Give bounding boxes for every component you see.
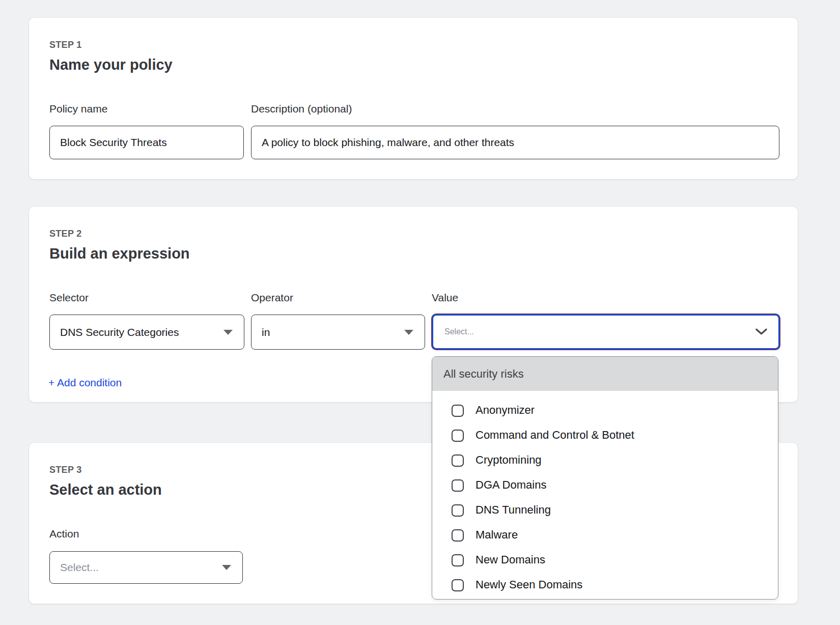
policy-name-label: Policy name: [49, 102, 107, 115]
checkbox-unchecked-icon[interactable]: [452, 504, 464, 517]
dropdown-option[interactable]: New Domains: [432, 548, 778, 573]
dropdown-option-label: Cryptomining: [475, 453, 542, 467]
operator-select-value: in: [262, 326, 270, 338]
checkbox-unchecked-icon[interactable]: [452, 479, 464, 492]
dropdown-option-label: Anonymizer: [475, 404, 535, 417]
dropdown-option-list: Anonymizer Command and Control & Botnet …: [432, 391, 778, 598]
caret-down-icon: [222, 565, 231, 570]
dropdown-option-label: Malware: [475, 528, 518, 542]
dropdown-option-label: DNS Tunneling: [475, 503, 551, 517]
dropdown-option[interactable]: Command and Control & Botnet: [432, 423, 778, 448]
step1-title: Name your policy: [49, 56, 173, 73]
add-condition-link[interactable]: + Add condition: [48, 376, 122, 389]
description-input[interactable]: [251, 126, 779, 159]
action-label: Action: [49, 527, 79, 540]
description-label: Description (optional): [251, 102, 352, 115]
caret-down-icon: [404, 330, 413, 335]
dropdown-option[interactable]: Malware: [432, 523, 778, 548]
policy-builder-page: STEP 1 Name your policy Policy name Desc…: [0, 0, 840, 625]
policy-name-input[interactable]: [49, 126, 244, 159]
checkbox-unchecked-icon[interactable]: [452, 430, 464, 442]
dropdown-option[interactable]: Anonymizer: [432, 398, 778, 423]
chevron-down-icon: [755, 328, 767, 335]
value-label: Value: [432, 291, 458, 304]
action-select[interactable]: Select...: [49, 551, 243, 584]
step2-title: Build an expression: [49, 245, 190, 262]
caret-down-icon: [223, 330, 233, 335]
dropdown-option-label: New Domains: [475, 553, 545, 566]
dropdown-option[interactable]: Cryptomining: [432, 448, 778, 473]
operator-select[interactable]: in: [251, 315, 425, 350]
dropdown-option[interactable]: DGA Domains: [432, 473, 778, 498]
checkbox-unchecked-icon[interactable]: [452, 554, 464, 566]
dropdown-group-header[interactable]: All security risks: [432, 357, 778, 391]
action-placeholder: Select...: [60, 561, 99, 574]
checkbox-unchecked-icon[interactable]: [452, 405, 464, 417]
dropdown-option[interactable]: DNS Tunneling: [432, 498, 778, 523]
value-placeholder: Select...: [444, 327, 474, 336]
dropdown-option-label: Command and Control & Botnet: [475, 429, 634, 442]
checkbox-unchecked-icon[interactable]: [452, 454, 464, 467]
dropdown-option[interactable]: Newly Seen Domains: [432, 573, 778, 598]
step1-card: STEP 1 Name your policy Policy name Desc…: [29, 18, 798, 179]
step2-step-label: STEP 2: [49, 229, 82, 239]
checkbox-unchecked-icon[interactable]: [452, 529, 464, 542]
operator-label: Operator: [251, 291, 293, 304]
selector-label: Selector: [49, 291, 89, 304]
dropdown-option-label: Newly Seen Domains: [475, 578, 582, 591]
step3-step-label: STEP 3: [49, 465, 82, 475]
selector-select[interactable]: DNS Security Categories: [49, 315, 244, 350]
checkbox-unchecked-icon[interactable]: [452, 579, 464, 591]
step1-step-label: STEP 1: [49, 40, 82, 50]
step3-title: Select an action: [49, 481, 162, 498]
dropdown-option-label: DGA Domains: [475, 478, 546, 492]
selector-select-value: DNS Security Categories: [60, 326, 179, 338]
value-multiselect[interactable]: Select...: [432, 314, 780, 350]
value-dropdown-panel: All security risks Anonymizer Command an…: [432, 356, 778, 600]
